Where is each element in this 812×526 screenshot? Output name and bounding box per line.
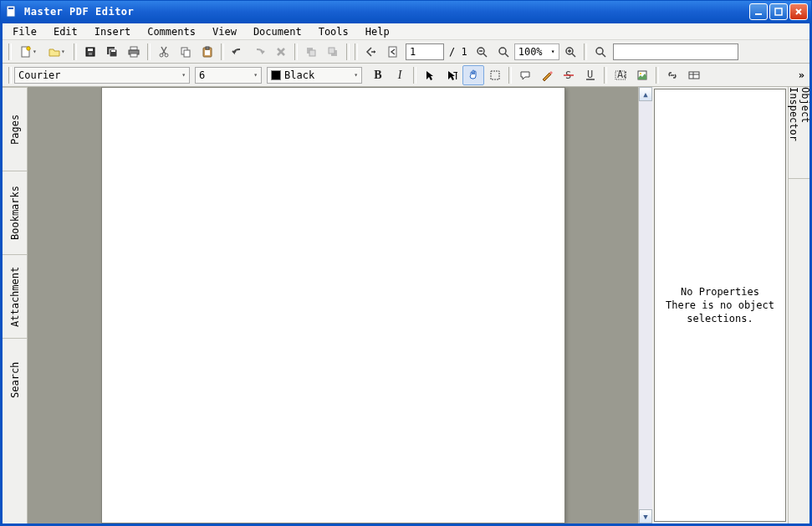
- toolbar-grip[interactable]: [584, 43, 587, 60]
- toolbar-grip[interactable]: [8, 43, 12, 60]
- select-rect-tool[interactable]: [484, 65, 506, 85]
- vertical-scrollbar[interactable]: ▲ ▼: [638, 87, 652, 523]
- cut-button[interactable]: [153, 42, 175, 62]
- menu-file[interactable]: File: [4, 24, 45, 39]
- save-button[interactable]: [79, 42, 101, 62]
- scroll-track[interactable]: [639, 101, 652, 509]
- undo-button[interactable]: [227, 42, 248, 62]
- left-sidebar-tabs: Pages Bookmarks Attachment Search: [3, 87, 28, 523]
- zoom-out-button[interactable]: [471, 42, 493, 62]
- open-button[interactable]: ▾: [43, 42, 71, 62]
- svg-rect-32: [491, 71, 499, 79]
- separator: [346, 43, 350, 60]
- note-tool[interactable]: [514, 65, 536, 85]
- svg-point-16: [165, 54, 168, 57]
- svg-rect-0: [7, 6, 15, 17]
- maximize-button[interactable]: [769, 3, 788, 20]
- app-icon: [4, 4, 19, 19]
- toolbar-grip[interactable]: [355, 43, 358, 60]
- overflow-button[interactable]: »: [799, 69, 806, 81]
- pdf-page[interactable]: [101, 87, 565, 523]
- svg-point-5: [27, 46, 30, 49]
- bold-button[interactable]: B: [367, 65, 389, 85]
- document-canvas: ▲ ▼: [28, 87, 652, 523]
- svg-text:U: U: [587, 69, 593, 80]
- color-value: Black: [284, 69, 314, 81]
- titlebar[interactable]: Master PDF Editor: [0, 0, 812, 23]
- underline-tool[interactable]: U: [580, 65, 601, 85]
- send-back-button[interactable]: [322, 42, 344, 62]
- toolbar-grip[interactable]: [413, 67, 416, 84]
- page-number-input[interactable]: [406, 43, 444, 60]
- svg-point-40: [640, 73, 641, 74]
- window-inner: File Edit Insert Comments View Document …: [0, 23, 812, 526]
- strikethrough-tool[interactable]: S: [558, 65, 580, 85]
- svg-point-28: [499, 48, 506, 54]
- menu-help[interactable]: Help: [357, 24, 398, 39]
- zoom-in-button[interactable]: [559, 42, 581, 62]
- color-select[interactable]: Black▾: [267, 67, 362, 84]
- svg-rect-12: [130, 47, 137, 50]
- tab-pages[interactable]: Pages: [3, 87, 27, 171]
- menu-comments[interactable]: Comments: [139, 24, 204, 39]
- font-size-select[interactable]: 6▾: [195, 67, 262, 84]
- tab-attachment[interactable]: Attachment: [3, 254, 27, 338]
- toolbar-grip[interactable]: [604, 67, 607, 84]
- new-button[interactable]: ▾: [14, 42, 43, 62]
- scroll-down-button[interactable]: ▼: [639, 509, 652, 523]
- tab-bookmarks[interactable]: Bookmarks: [3, 171, 27, 254]
- tab-object-inspector[interactable]: Object Inspector: [789, 87, 809, 179]
- tab-search[interactable]: Search: [3, 338, 27, 421]
- search-input[interactable]: [613, 43, 738, 60]
- zoom-select[interactable]: 100%▾: [514, 43, 559, 60]
- menu-insert[interactable]: Insert: [86, 24, 139, 39]
- first-page-button[interactable]: [360, 42, 382, 62]
- separator: [294, 43, 298, 60]
- redo-button[interactable]: [248, 42, 270, 62]
- svg-rect-21: [205, 50, 210, 55]
- color-swatch: [271, 70, 281, 80]
- page-viewport[interactable]: [28, 87, 638, 523]
- menu-view[interactable]: View: [204, 24, 245, 39]
- toolbar-grip[interactable]: [8, 67, 12, 84]
- paste-button[interactable]: [197, 42, 218, 62]
- inspector-message-line2: There is no object: [666, 299, 774, 311]
- inspector-message-line1: No Properties: [681, 286, 759, 298]
- minimize-button[interactable]: [749, 3, 768, 20]
- delete-button[interactable]: [270, 42, 292, 62]
- svg-text:T: T: [453, 70, 457, 81]
- save-all-button[interactable]: [101, 42, 123, 62]
- scroll-up-button[interactable]: ▲: [639, 87, 652, 101]
- hand-tool[interactable]: [462, 65, 484, 85]
- main-toolbar: ▾ ▾ / 1 100%▾: [3, 40, 809, 64]
- object-inspector-panel: No Properties There is no object selecti…: [654, 89, 786, 522]
- svg-rect-11: [111, 50, 115, 52]
- prev-page-button[interactable]: [382, 42, 404, 62]
- menu-document[interactable]: Document: [245, 24, 310, 39]
- window-buttons: [749, 3, 808, 20]
- italic-button[interactable]: I: [389, 65, 411, 85]
- svg-rect-41: [689, 72, 699, 79]
- zoom-fit-button[interactable]: [493, 42, 514, 62]
- svg-rect-7: [88, 49, 93, 51]
- menu-edit[interactable]: Edit: [45, 24, 86, 39]
- print-button[interactable]: [123, 42, 145, 62]
- search-icon[interactable]: [590, 42, 611, 62]
- right-sidebar-tabs: Object Inspector: [788, 87, 809, 523]
- image-tool[interactable]: [631, 65, 653, 85]
- svg-point-30: [596, 48, 603, 54]
- pencil-tool[interactable]: [536, 65, 558, 85]
- text-select-tool[interactable]: T: [441, 65, 462, 85]
- menu-tools[interactable]: Tools: [310, 24, 357, 39]
- svg-rect-2: [755, 13, 762, 15]
- svg-rect-1: [8, 8, 13, 9]
- close-button[interactable]: [789, 3, 808, 20]
- font-select[interactable]: Courier▾: [14, 67, 190, 84]
- link-tool[interactable]: [661, 65, 683, 85]
- size-value: 6: [199, 69, 205, 81]
- form-field-tool[interactable]: [683, 65, 705, 85]
- edit-text-tool[interactable]: Aa: [610, 65, 631, 85]
- bring-front-button[interactable]: [300, 42, 322, 62]
- pointer-tool[interactable]: [419, 65, 441, 85]
- copy-button[interactable]: [175, 42, 197, 62]
